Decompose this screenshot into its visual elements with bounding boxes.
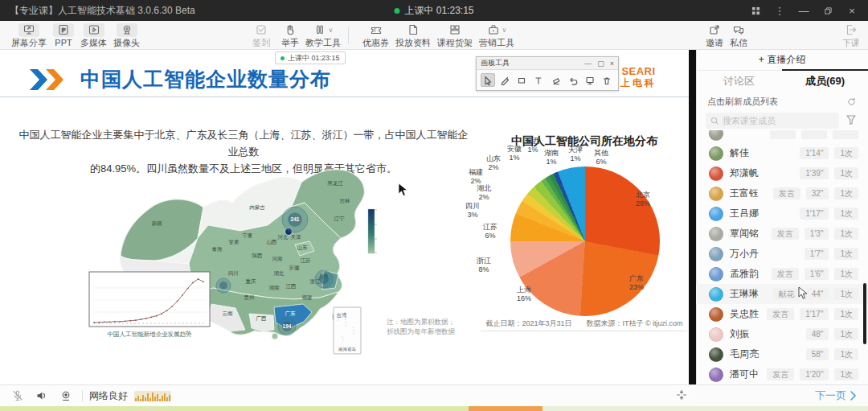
next-page-button[interactable]: 下一页 [696, 384, 868, 406]
member-name: 毛周亮 [730, 347, 759, 361]
speak-time-badge: 44" [806, 288, 829, 300]
member-badges: 1'7"1次 [805, 248, 858, 260]
speaker-icon[interactable] [35, 389, 48, 402]
pie-label-13: 其他6% [583, 149, 619, 166]
province-label: 安徽 [289, 265, 301, 271]
avatar [709, 130, 723, 141]
bottombar-divider [82, 390, 83, 401]
badge-blank [770, 130, 796, 139]
member-row[interactable]: 解佳1'14"1次 [696, 143, 868, 163]
member-row[interactable]: 潘可中发言1'20"1次 [696, 364, 868, 384]
whiteboard-close-icon[interactable]: × [610, 60, 614, 68]
shelf-icon [448, 23, 461, 37]
restore-button[interactable] [821, 4, 834, 17]
member-row[interactable]: 毛周亮58"1次 [696, 344, 868, 364]
map-bubble: 241 [282, 207, 308, 232]
svg-text:P: P [62, 27, 66, 33]
tab-discussion[interactable]: 讨论区 [696, 71, 782, 92]
stage-live-timer: 上课中 01:23:15 [288, 53, 340, 64]
main-toolbar: 屏幕分享PPPT多媒体摄像头签到举手∨教学工具优惠券投放资料课程货架∨营销工具邀… [0, 21, 868, 50]
member-name: 王富钰 [730, 187, 759, 200]
minimize-button[interactable]: — [797, 4, 810, 17]
wb-tool-trash[interactable] [600, 73, 614, 87]
toolbar-checkin-button[interactable]: 签到 [252, 23, 270, 47]
member-badges: 发言1'3"1次 [772, 228, 858, 240]
member-row[interactable]: 万小丹1'7"1次 [696, 244, 868, 264]
toolbar-message-button[interactable]: 私信 [730, 23, 747, 47]
member-name: 刘振 [730, 327, 749, 341]
map-bubble: 194 [278, 318, 296, 335]
badge-blank [833, 130, 858, 139]
member-row[interactable]: 覃闻铭发言1'3"1次 [696, 224, 868, 244]
map-bubble-value: 241 [291, 216, 300, 222]
province-label: 贵州 [244, 294, 255, 301]
member-row[interactable]: 郑潇帆1'39"1次 [696, 163, 868, 183]
toolbar-shelf-button[interactable]: 课程货架 [437, 23, 473, 47]
toolbar-tools-button[interactable]: ∨教学工具 [305, 23, 341, 47]
toolbar-invite-button[interactable]: 邀请 [706, 23, 723, 47]
map-note-line2: 折线图为每年新增数据 [387, 327, 456, 335]
collapse-stage-icon[interactable] [675, 388, 688, 401]
toolbar-camera-button[interactable]: 摄像头 [113, 23, 140, 47]
member-badges: 1'14"1次 [800, 147, 858, 159]
whiteboard-tools-panel[interactable]: 画板工具 — ▢ × [476, 56, 619, 91]
member-row[interactable]: 刘振48"1次 [696, 324, 868, 344]
docs-icon [407, 23, 420, 37]
live-intro-tab[interactable]: + 直播介绍 [696, 50, 868, 71]
pie-label-6: 湖北2% [466, 184, 502, 202]
toolbar-docs-button[interactable]: 投放资料 [395, 23, 431, 47]
count-badge: 1次 [834, 147, 858, 159]
wb-tool-board[interactable] [583, 73, 597, 87]
wb-tool-select[interactable] [481, 73, 495, 87]
toolbar-media-button[interactable]: 多媒体 [80, 23, 107, 47]
more-menu-icon[interactable]: ⋮ [773, 4, 786, 17]
action-badge: 献花 [773, 288, 800, 300]
count-badge: 1次 [834, 288, 858, 300]
microphone-muted-icon[interactable] [11, 389, 24, 402]
pie-label-2: 上海16% [506, 286, 542, 303]
member-row[interactable]: 吴忠胜发言1'17"1次 [696, 304, 868, 324]
whiteboard-minimize-icon[interactable]: — [584, 60, 592, 68]
layout-grid-icon[interactable] [749, 4, 762, 17]
webcam-icon[interactable] [59, 389, 72, 402]
refresh-members-row[interactable]: 点击刷新成员列表 [696, 92, 868, 111]
seari-logo-cn: 上电科 [620, 77, 657, 88]
toolbar-endclass-button[interactable]: 下课 [842, 23, 860, 47]
province-label: 天津 [291, 234, 302, 240]
member-row[interactable] [696, 130, 868, 143]
member-search-input[interactable] [723, 116, 819, 125]
toolbar-screen-button[interactable]: 屏幕分享 [11, 23, 47, 47]
class-status: 上课中 01:23:15 [394, 4, 473, 18]
filter-funnel-icon[interactable] [845, 114, 857, 125]
wb-tool-rect[interactable] [514, 73, 529, 87]
whiteboard-restore-icon[interactable]: ▢ [597, 60, 604, 68]
member-row[interactable]: 王琳琳献花44"1次 [696, 284, 868, 304]
close-button[interactable]: × [845, 4, 858, 17]
wb-tool-pen[interactable] [497, 73, 512, 87]
toolbar-hand-button[interactable]: 举手 [281, 23, 299, 47]
map-note-line1: 注：地图为累积数据； [387, 318, 455, 326]
member-row[interactable]: 孟雅韵发言1'6"1次 [696, 264, 868, 284]
member-search-box[interactable] [706, 113, 839, 129]
member-row[interactable]: 王富钰发言32"1次 [696, 183, 868, 203]
province-label: 吉林 [340, 198, 351, 204]
speak-time-badge: 48" [806, 328, 829, 340]
refresh-icon[interactable] [846, 97, 857, 107]
toolbar-marketing-button[interactable]: ∨营销工具 [479, 23, 514, 47]
wb-tool-text[interactable] [531, 73, 546, 87]
toolbar-coupon-button[interactable]: 优惠券 [362, 23, 389, 47]
wb-tool-undo[interactable] [566, 73, 580, 87]
member-badges: 48"1次 [806, 328, 858, 340]
pie-label-4: 江苏6% [473, 223, 508, 240]
province-label: 湖南 [269, 285, 280, 290]
member-row[interactable]: 王吕娜1'17"1次 [696, 203, 868, 224]
member-list-scrollbar[interactable] [863, 283, 866, 344]
province-label: 广西 [256, 315, 268, 321]
avatar [709, 267, 723, 282]
toolbar-ppt-button[interactable]: PPPT [53, 23, 74, 47]
pie-label-5: 四川3% [455, 202, 490, 220]
wb-tool-eraser[interactable] [549, 73, 563, 87]
invite-icon [708, 23, 721, 37]
tab-members[interactable]: 成员(69) [782, 71, 868, 92]
network-status: 网络良好 [89, 389, 128, 403]
